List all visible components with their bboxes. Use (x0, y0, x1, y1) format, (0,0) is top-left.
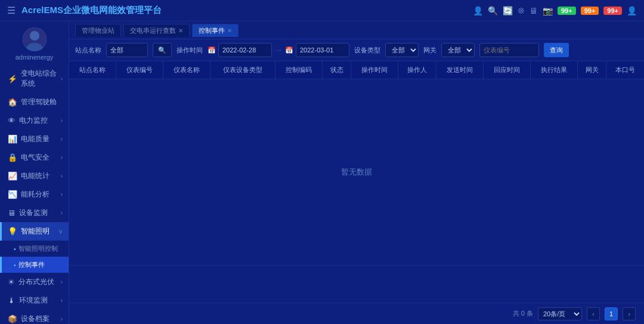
sidebar-item-distributed-pv[interactable]: ☀ 分布式光伏 › (0, 273, 69, 291)
sidebar-item-power-monitor[interactable]: 👁 电力监控 › (0, 111, 69, 130)
current-page: 1 (605, 307, 618, 320)
sub-item-label: 智能照明控制 (18, 244, 58, 253)
col-send-time: 发送时间 (436, 61, 484, 79)
chevron-right-icon: › (61, 191, 63, 198)
date-end-input[interactable] (296, 43, 349, 57)
col-device-type: 仪表设备类型 (210, 61, 275, 79)
calendar-icon-2: 📅 (285, 46, 293, 54)
device-type-label: 设备类型 (354, 46, 380, 55)
gateway-select[interactable]: 全部 (441, 43, 475, 57)
device-type-select[interactable]: 全部 (385, 43, 419, 57)
col-gateway: 网关 (577, 61, 606, 79)
sidebar-item-device-asset[interactable]: 📦 设备档案 › (0, 310, 69, 324)
pv-icon: ☀ (8, 278, 15, 286)
sidebar-label: 电力监控 (19, 116, 61, 126)
tab-label: 交电串运行查数 (130, 26, 176, 35)
col-port-no: 本口号 (606, 61, 644, 79)
header-icons: 👤 🔍 🔄 ❊ 🖥 📷 99+ 99+ 99+ 👤 (473, 6, 637, 15)
sidebar-label: 设备监测 (19, 208, 61, 218)
tab-manage-station[interactable]: 管理物业站 (75, 24, 121, 37)
device-monitor-icon: 🖥 (8, 208, 16, 217)
sidebar-label: 电气安全 (21, 152, 61, 163)
sidebar-item-energy-analysis[interactable]: 📉 能耗分析 › (0, 185, 69, 204)
sidebar-item-power-stats[interactable]: 📈 电能统计 › (0, 167, 69, 185)
sub-item-label: 控制事件 (18, 260, 45, 269)
sidebar-item-power-grid[interactable]: ⚡ 变电站综合系统 › (0, 64, 69, 93)
date-separator: → (274, 45, 283, 55)
sidebar-label: 管理驾驶舱 (21, 97, 63, 107)
tab-label: 控制事件 (199, 26, 225, 35)
camera-icon[interactable]: 📷 (543, 6, 553, 15)
per-page-select[interactable]: 20条/页 50条/页 100条/页 (538, 307, 582, 320)
tab-power-run[interactable]: 交电串运行查数 ✕ (123, 24, 190, 37)
tab-label: 管理物业站 (82, 26, 114, 35)
chevron-right-icon: › (61, 154, 63, 161)
col-device-name: 仪表名称 (163, 61, 210, 79)
chevron-right-icon: › (61, 210, 63, 216)
station-input[interactable] (106, 43, 148, 57)
date-range: 📅 → 📅 (208, 43, 349, 57)
chevron-right-icon: › (61, 316, 63, 322)
date-start-input[interactable] (218, 43, 272, 57)
next-page-btn[interactable]: › (623, 307, 636, 320)
station-label: 站点名称 (75, 46, 101, 55)
chevron-right-icon: › (61, 136, 63, 142)
close-tab-icon[interactable]: ✕ (227, 27, 232, 34)
sidebar-item-smart-lighting[interactable]: 💡 智能照明 ∨ (0, 222, 69, 241)
sidebar-item-electrical-safety[interactable]: 🔒 电气安全 › (0, 148, 69, 167)
sidebar-item-env-monitor[interactable]: 🌡 环境监测 › (0, 291, 69, 310)
col-operator: 操作人 (398, 61, 436, 79)
sidebar-sub-item-light-control[interactable]: 智能照明控制 (0, 241, 69, 257)
user-name: adminenergy (16, 54, 54, 61)
sidebar-label: 设备档案 (21, 314, 61, 324)
sidebar-item-power-quality[interactable]: 📊 电能质量 › (0, 130, 69, 148)
asset-icon: 📦 (8, 314, 17, 323)
gateway-label: 网关 (423, 46, 436, 55)
badge-green[interactable]: 99+ (558, 7, 576, 15)
sidebar-label: 智能照明 (21, 226, 58, 236)
close-tab-icon[interactable]: ✕ (178, 27, 183, 34)
screen-icon[interactable]: 🖥 (530, 6, 538, 15)
stats-icon: 📈 (8, 172, 17, 180)
search-text: 查询 (550, 46, 563, 55)
expand-icon[interactable]: ❊ (518, 6, 525, 15)
chevron-down-icon: ∨ (58, 228, 63, 235)
tab-control-events[interactable]: 控制事件 ✕ (192, 24, 239, 37)
sidebar-item-device-monitor[interactable]: 🖥 设备监测 › (0, 204, 69, 222)
breadcrumb-bar: 管理物业站 交电串运行查数 ✕ 控制事件 ✕ (69, 21, 644, 39)
data-table: 站点名称 仪表编号 仪表名称 仪表设备类型 控制编码 状态 操作时间 操作人 发… (69, 61, 644, 266)
menu-icon[interactable]: ☰ (7, 5, 16, 16)
col-exec-result: 执行结果 (530, 61, 577, 79)
app-title: AcrelEMS企业微电网能效管理平台 (21, 5, 473, 16)
sidebar-avatar: adminenergy (0, 21, 69, 64)
search-icon[interactable]: 🔍 (488, 6, 498, 15)
col-response-time: 回应时间 (484, 61, 531, 79)
sidebar-label: 能耗分析 (21, 189, 61, 200)
col-station-name: 站点名称 (69, 61, 116, 79)
safety-icon: 🔒 (8, 153, 17, 162)
profile-icon[interactable]: 👤 (627, 6, 637, 15)
col-device-no: 仪表编号 (116, 61, 163, 79)
sidebar-sub-item-control-events[interactable]: 控制事件 (0, 257, 69, 273)
prev-page-btn[interactable]: ‹ (587, 307, 600, 320)
device-no-input[interactable] (479, 43, 539, 57)
search-button[interactable]: 查询 (544, 43, 569, 57)
table-area: 站点名称 仪表编号 仪表名称 仪表设备类型 控制编码 状态 操作时间 操作人 发… (69, 61, 644, 303)
station-search-btn[interactable]: 🔍 (153, 43, 172, 57)
lighting-icon: 💡 (8, 227, 17, 236)
monitor-icon: 👁 (8, 116, 16, 125)
table-header-row: 站点名称 仪表编号 仪表名称 仪表设备类型 控制编码 状态 操作时间 操作人 发… (69, 61, 644, 79)
sidebar-item-manage-station[interactable]: 🏠 管理驾驶舱 (0, 93, 69, 111)
chevron-right-icon: › (61, 173, 63, 179)
no-data-message: 暂无数据 (73, 83, 640, 261)
col-status: 状态 (322, 61, 351, 79)
badge-orange[interactable]: 99+ (581, 7, 599, 15)
user-icon[interactable]: 👤 (473, 6, 483, 15)
svg-point-1 (30, 31, 39, 40)
refresh-icon[interactable]: 🔄 (503, 6, 513, 15)
sidebar-label: 分布式光伏 (18, 277, 61, 287)
manage-icon: 🏠 (8, 98, 17, 107)
badge-red[interactable]: 99+ (603, 7, 622, 15)
energy-icon: 📉 (8, 190, 17, 199)
sidebar-label: 变电站综合系统 (21, 68, 61, 89)
